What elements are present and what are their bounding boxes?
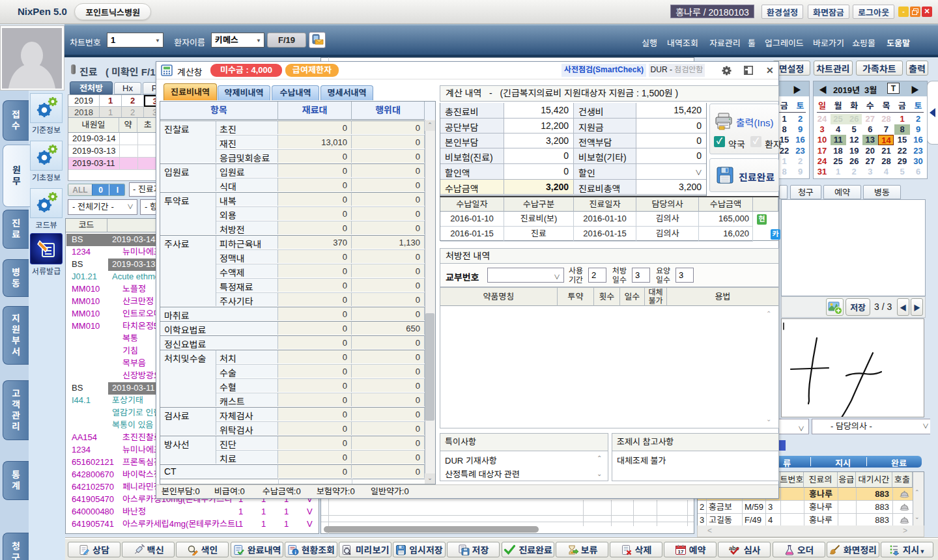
svg-text:i: i xyxy=(294,549,296,555)
svg-text:17: 17 xyxy=(677,548,683,554)
